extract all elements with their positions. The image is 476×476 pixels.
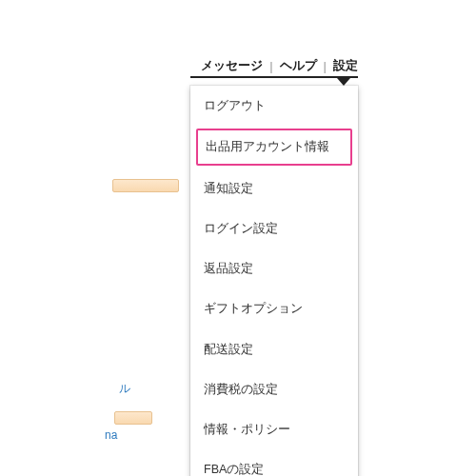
settings-dropdown: ログアウト 出品用アカウント情報 通知設定 ログイン設定 返品設定 ギフトオプシ…: [190, 86, 358, 476]
nav-help[interactable]: ヘルプ: [280, 57, 317, 74]
background-text: na: [105, 428, 117, 442]
background-bar: [112, 179, 179, 192]
nav-separator: |: [269, 59, 272, 73]
background-text: ル: [119, 381, 130, 397]
nav-messages[interactable]: メッセージ: [201, 57, 263, 74]
dropdown-item-notification-settings[interactable]: 通知設定: [190, 169, 358, 208]
dropdown-item-logout[interactable]: ログアウト: [190, 86, 358, 126]
dropdown-item-login-settings[interactable]: ログイン設定: [190, 208, 358, 248]
nav-settings[interactable]: 設定: [333, 57, 358, 74]
dropdown-item-return-settings[interactable]: 返品設定: [190, 248, 358, 288]
dropdown-item-tax-settings[interactable]: 消費税の設定: [190, 369, 358, 409]
dropdown-item-gift-options[interactable]: ギフトオプション: [190, 288, 358, 328]
dropdown-caret-icon: [337, 78, 350, 86]
dropdown-item-seller-account-info[interactable]: 出品用アカウント情報: [196, 129, 352, 165]
nav-separator: |: [324, 59, 327, 73]
dropdown-item-shipping-settings[interactable]: 配送設定: [190, 329, 358, 369]
dropdown-item-info-policy[interactable]: 情報・ポリシー: [190, 409, 358, 449]
background-bar: [114, 411, 152, 425]
nav-underline: [190, 76, 358, 78]
top-nav: メッセージ | ヘルプ | 設定: [201, 55, 358, 76]
dropdown-item-fba-settings[interactable]: FBAの設定: [190, 449, 358, 476]
